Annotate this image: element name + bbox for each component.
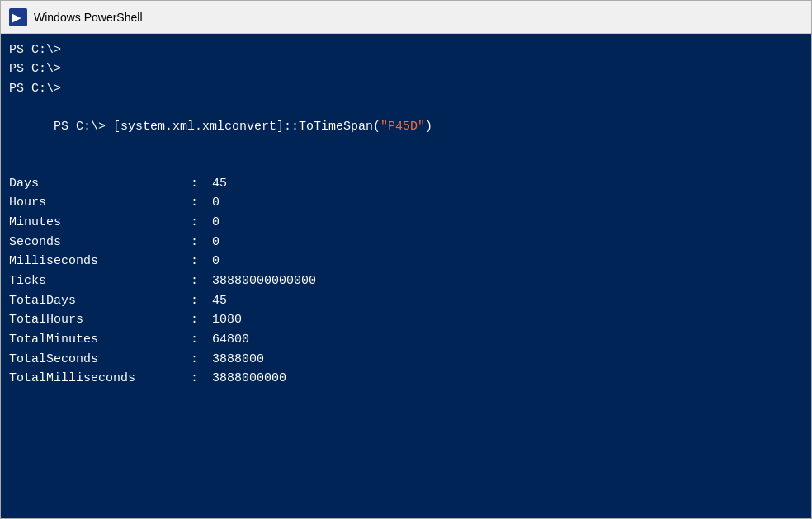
output-label: Ticks (9, 271, 191, 291)
output-row: TotalMinutes: 64800 (9, 330, 803, 350)
output-row: Hours: 0 (9, 193, 803, 213)
powershell-window: ▶ Windows PowerShell PS C:\> PS C:\> PS … (0, 0, 812, 519)
output-row: Ticks: 38880000000000 (9, 271, 803, 291)
output-row: TotalHours: 1080 (9, 310, 803, 330)
output-value: 45 (212, 291, 227, 311)
output-row: Milliseconds: 0 (9, 252, 803, 271)
output-value: 45 (212, 174, 227, 194)
output-label: TotalMinutes (9, 330, 191, 350)
output-label: Hours (9, 193, 191, 213)
title-bar: ▶ Windows PowerShell (1, 1, 811, 34)
window-title: Windows PowerShell (34, 11, 143, 24)
output-colon: : (191, 252, 205, 271)
svg-text:▶: ▶ (12, 11, 21, 24)
output-value: 3888000 (212, 350, 264, 370)
output-colon: : (191, 271, 205, 291)
output-colon: : (191, 369, 205, 389)
output-value: 0 (212, 233, 220, 252)
output-value: 64800 (212, 330, 249, 350)
output-label: Days (9, 174, 191, 194)
command-post: ) (425, 120, 432, 134)
console-area[interactable]: PS C:\> PS C:\> PS C:\> PS C:\> [system.… (1, 34, 811, 518)
output-value: 0 (212, 193, 220, 213)
output-table: Days: 45Hours: 0Minutes: 0Seconds: 0Mill… (9, 174, 803, 389)
output-row: Days: 45 (9, 174, 803, 194)
command-arg: "P45D" (380, 120, 425, 134)
command-line: PS C:\> [system.xml.xmlconvert]::ToTimeS… (9, 98, 803, 156)
prompt-line-1: PS C:\> (9, 40, 803, 59)
output-row: Minutes: 0 (9, 213, 803, 233)
output-colon: : (191, 233, 205, 252)
output-label: Minutes (9, 213, 191, 233)
output-label: TotalHours (9, 310, 191, 330)
prompt-prefix: PS C:\> (54, 120, 113, 134)
output-row: TotalDays: 45 (9, 291, 803, 311)
output-colon: : (191, 213, 205, 233)
output-value: 1080 (212, 310, 242, 330)
output-colon: : (191, 350, 205, 370)
output-label: TotalSeconds (9, 350, 191, 370)
blank-line (9, 156, 803, 171)
prompt-line-2: PS C:\> (9, 59, 803, 78)
powershell-icon: ▶ (9, 8, 27, 26)
output-value: 38880000000000 (212, 271, 316, 291)
output-colon: : (191, 291, 205, 311)
output-row: Seconds: 0 (9, 233, 803, 252)
output-label: Seconds (9, 233, 191, 252)
prompt-line-3: PS C:\> (9, 79, 803, 98)
output-value: 3888000000 (212, 369, 286, 389)
output-row: TotalMilliseconds: 3888000000 (9, 369, 803, 389)
output-value: 0 (212, 252, 220, 271)
output-value: 0 (212, 213, 220, 233)
output-row: TotalSeconds: 3888000 (9, 350, 803, 370)
output-label: Milliseconds (9, 252, 191, 271)
output-label: TotalDays (9, 291, 191, 311)
output-label: TotalMilliseconds (9, 369, 191, 389)
output-colon: : (191, 193, 205, 213)
command-pre: [system.xml.xmlconvert]::ToTimeSpan( (113, 120, 380, 134)
output-colon: : (191, 174, 205, 194)
output-colon: : (191, 310, 205, 330)
output-colon: : (191, 330, 205, 350)
